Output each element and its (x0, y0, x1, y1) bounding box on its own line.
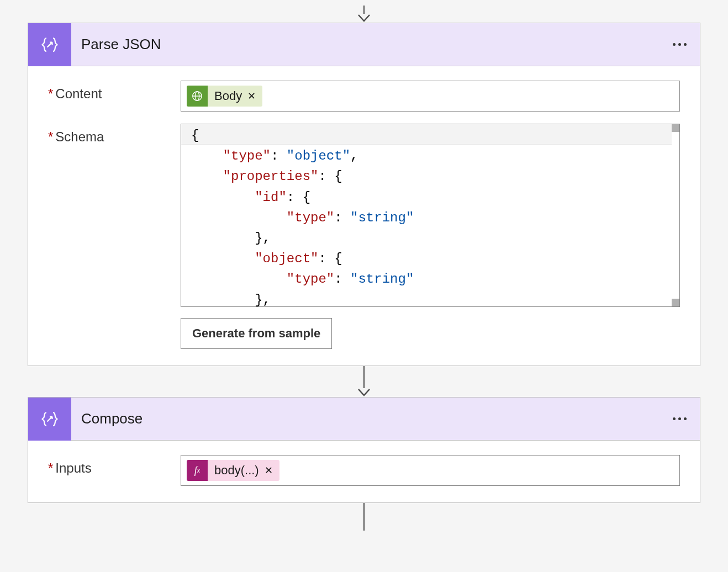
step-compose: Compose *Inputs fx body(...) ✕ (28, 397, 700, 503)
token-remove-icon[interactable]: ✕ (265, 464, 279, 476)
step-header-parse-json[interactable]: Parse JSON (28, 23, 700, 66)
token-label: body(...) (208, 463, 265, 478)
content-input[interactable]: Body ✕ (181, 81, 680, 112)
step-header-compose[interactable]: Compose (28, 398, 700, 441)
connector-arrow-middle (28, 366, 700, 397)
data-operations-icon (28, 398, 71, 441)
field-label-schema: *Schema (48, 124, 181, 145)
connector-arrow-bottom (28, 503, 700, 531)
field-label-content: *Content (48, 81, 181, 102)
step-body-compose: *Inputs fx body(...) ✕ (28, 441, 700, 502)
step-body-parse-json: *Content Body ✕ *Schema (28, 66, 700, 366)
fx-icon: fx (187, 460, 208, 481)
expression-token[interactable]: fx body(...) ✕ (187, 460, 279, 481)
token-label: Body (208, 89, 247, 103)
step-title: Compose (71, 410, 673, 427)
generate-from-sample-button[interactable]: Generate from sample (181, 318, 332, 349)
inputs-input[interactable]: fx body(...) ✕ (181, 455, 680, 486)
token-remove-icon[interactable]: ✕ (247, 90, 262, 102)
body-token[interactable]: Body ✕ (187, 86, 262, 107)
more-options-button[interactable] (673, 43, 700, 46)
more-options-button[interactable] (673, 417, 700, 420)
schema-editor[interactable]: { "type": "object", "properties": { "id"… (181, 124, 680, 307)
field-inputs: *Inputs fx body(...) ✕ (48, 455, 680, 486)
field-schema: *Schema { "type": "object", "properties"… (48, 124, 680, 349)
data-operations-icon (28, 23, 71, 66)
schema-code: { "type": "object", "properties": { "id"… (181, 124, 679, 307)
field-label-inputs: *Inputs (48, 455, 181, 476)
globe-icon (187, 86, 208, 107)
step-title: Parse JSON (71, 36, 673, 53)
connector-arrow-top (28, 6, 700, 23)
field-content: *Content Body ✕ (48, 81, 680, 112)
step-parse-json: Parse JSON *Content Body ✕ (28, 23, 700, 366)
